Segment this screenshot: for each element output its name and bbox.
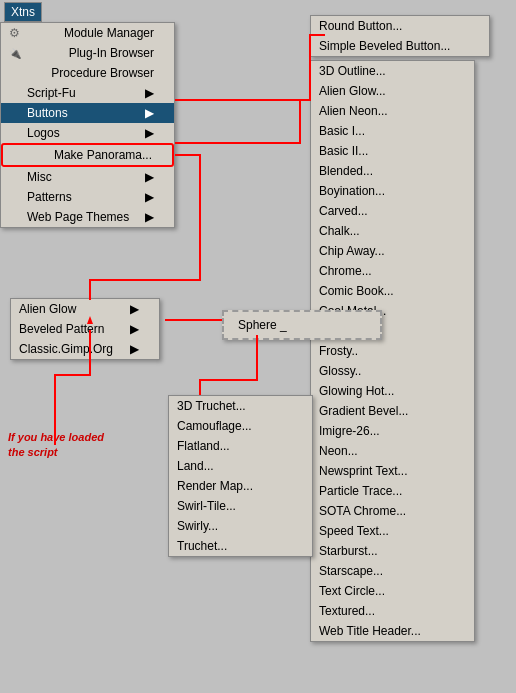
make-panorama-item[interactable]: Make Panorama... xyxy=(1,143,174,167)
misc-arrow: ▶ xyxy=(145,170,154,184)
sphere-button-container: Sphere _ xyxy=(222,310,382,340)
logos-arrow: ▶ xyxy=(145,126,154,140)
main-dropdown: ⚙ Module Manager 🔌 Plug-In Browser Proce… xyxy=(0,22,175,228)
buttons-arrow: ▶ xyxy=(145,106,154,120)
starscape-item[interactable]: Starscape... xyxy=(311,561,474,581)
alien-glow-sub-item[interactable]: Alien Glow ▶ xyxy=(11,299,159,319)
module-manager-icon: ⚙ xyxy=(9,26,27,40)
truchet-item[interactable]: Truchet... xyxy=(169,536,312,556)
round-button-item[interactable]: Round Button... xyxy=(311,16,489,36)
web-page-themes-arrow: ▶ xyxy=(145,210,154,224)
camouflage-item[interactable]: Camouflage... xyxy=(169,416,312,436)
glowing-hot-item[interactable]: Glowing Hot... xyxy=(311,381,474,401)
imigre-26-item[interactable]: Imigre-26... xyxy=(311,421,474,441)
basic-i-item[interactable]: Basic I... xyxy=(311,121,474,141)
xtns-menu[interactable]: Xtns xyxy=(4,2,42,22)
classic-gimp-org-item[interactable]: Classic.Gimp.Org ▶ xyxy=(11,339,159,359)
comic-book-item[interactable]: Comic Book... xyxy=(311,281,474,301)
beveled-pattern-item[interactable]: Beveled Pattern ▶ xyxy=(11,319,159,339)
buttons-item[interactable]: Buttons ▶ xyxy=(1,103,174,123)
chip-away-item[interactable]: Chip Away... xyxy=(311,241,474,261)
script-fu-arrow: ▶ xyxy=(145,86,154,100)
annotation-text: If you have loaded the script xyxy=(8,430,104,461)
speed-text-item[interactable]: Speed Text... xyxy=(311,521,474,541)
boyination-item[interactable]: Boyination... xyxy=(311,181,474,201)
alien-submenu: Alien Glow ▶ Beveled Pattern ▶ Classic.G… xyxy=(10,298,160,360)
3d-outline-item[interactable]: 3D Outline... xyxy=(311,61,474,81)
patterns-item[interactable]: Patterns ▶ xyxy=(1,187,174,207)
plugin-browser-icon: 🔌 xyxy=(9,48,27,59)
patterns-arrow: ▶ xyxy=(145,190,154,204)
script-fu-item[interactable]: Script-Fu ▶ xyxy=(1,83,174,103)
land-item[interactable]: Land... xyxy=(169,456,312,476)
scripts-menu: 3D Outline... Alien Glow... Alien Neon..… xyxy=(310,60,475,642)
plugin-browser-item[interactable]: 🔌 Plug-In Browser xyxy=(1,43,174,63)
blended-item[interactable]: Blended... xyxy=(311,161,474,181)
carved-item[interactable]: Carved... xyxy=(311,201,474,221)
gradient-bevel-item[interactable]: Gradient Bevel... xyxy=(311,401,474,421)
logos-item[interactable]: Logos ▶ xyxy=(1,123,174,143)
procedure-browser-item[interactable]: Procedure Browser xyxy=(1,63,174,83)
glossy-item[interactable]: Glossy.. xyxy=(311,361,474,381)
misc-submenu: 3D Truchet... Camouflage... Flatland... … xyxy=(168,395,313,557)
starburst-item[interactable]: Starburst... xyxy=(311,541,474,561)
alien-glow-arrow: ▶ xyxy=(130,302,139,316)
textured-item[interactable]: Textured... xyxy=(311,601,474,621)
web-page-themes-item[interactable]: Web Page Themes ▶ xyxy=(1,207,174,227)
misc-item[interactable]: Misc ▶ xyxy=(1,167,174,187)
frosty-item[interactable]: Frosty.. xyxy=(311,341,474,361)
beveled-pattern-arrow: ▶ xyxy=(130,322,139,336)
alien-neon-item[interactable]: Alien Neon... xyxy=(311,101,474,121)
text-circle-item[interactable]: Text Circle... xyxy=(311,581,474,601)
chalk-item[interactable]: Chalk... xyxy=(311,221,474,241)
swirly-item[interactable]: Swirly... xyxy=(169,516,312,536)
buttons-submenu: Round Button... Simple Beveled Button... xyxy=(310,15,490,57)
alien-glow-item[interactable]: Alien Glow... xyxy=(311,81,474,101)
newsprint-text-item[interactable]: Newsprint Text... xyxy=(311,461,474,481)
sota-chrome-item[interactable]: SOTA Chrome... xyxy=(311,501,474,521)
classic-gimp-org-arrow: ▶ xyxy=(130,342,139,356)
web-title-header-item[interactable]: Web Title Header... xyxy=(311,621,474,641)
swirl-tile-item[interactable]: Swirl-Tile... xyxy=(169,496,312,516)
flatland-item[interactable]: Flatland... xyxy=(169,436,312,456)
simple-beveled-button-item[interactable]: Simple Beveled Button... xyxy=(311,36,489,56)
basic-ii-item[interactable]: Basic II... xyxy=(311,141,474,161)
render-map-item[interactable]: Render Map... xyxy=(169,476,312,496)
module-manager-item[interactable]: ⚙ Module Manager xyxy=(1,23,174,43)
neon-item[interactable]: Neon... xyxy=(311,441,474,461)
particle-trace-item[interactable]: Particle Trace... xyxy=(311,481,474,501)
chrome-item[interactable]: Chrome... xyxy=(311,261,474,281)
sphere-button[interactable]: Sphere _ xyxy=(224,312,301,338)
3d-truchet-item[interactable]: 3D Truchet... xyxy=(169,396,312,416)
